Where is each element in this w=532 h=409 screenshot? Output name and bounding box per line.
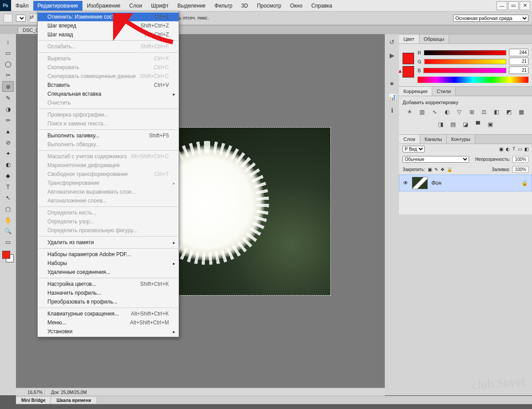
tab-mini-bridge[interactable]: Mini Bridge bbox=[16, 397, 51, 404]
adj-photo-icon[interactable]: ◩ bbox=[505, 108, 513, 116]
lock-pixel-icon[interactable]: ✎ bbox=[434, 167, 438, 172]
r-input[interactable] bbox=[509, 49, 528, 56]
menu-item[interactable]: Назначить профиль... bbox=[38, 288, 179, 297]
adj-gradmap-icon[interactable]: ▀ bbox=[474, 120, 482, 128]
tab-layers[interactable]: Слои bbox=[399, 135, 420, 144]
menu-item[interactable]: Наборы bbox=[38, 259, 179, 268]
history-icon[interactable]: ↺ bbox=[389, 39, 395, 46]
tool-6[interactable]: ◑ bbox=[3, 104, 13, 114]
color-spectrum[interactable] bbox=[418, 77, 528, 83]
layer-row[interactable]: 👁 Фон 🔒 bbox=[399, 175, 532, 191]
zoom-level[interactable]: 16,67% bbox=[16, 390, 45, 395]
tool-15[interactable]: ▢ bbox=[3, 204, 13, 214]
tab-swatches[interactable]: Образцы bbox=[419, 35, 449, 43]
adj-bw-icon[interactable]: ◧ bbox=[493, 108, 501, 116]
fill-input[interactable]: 100% bbox=[512, 166, 528, 173]
opacity-input[interactable]: 100% bbox=[512, 156, 528, 163]
menu-слои[interactable]: Слои bbox=[125, 1, 147, 11]
g-slider[interactable] bbox=[424, 59, 506, 64]
adj-selcolor-icon[interactable]: ▣ bbox=[486, 120, 494, 128]
tool-4[interactable]: ⊕ bbox=[2, 81, 14, 92]
lock-all-icon[interactable]: 🔒 bbox=[447, 167, 452, 172]
menu-окно[interactable]: Окно bbox=[286, 1, 307, 11]
adj-brightness-icon[interactable]: ☀ bbox=[406, 108, 414, 116]
color-swatches[interactable] bbox=[2, 251, 14, 262]
filter-adjust-icon[interactable]: ◐ bbox=[506, 147, 510, 152]
lock-pos-icon[interactable]: ✥ bbox=[441, 167, 444, 172]
menu-item[interactable]: Удалить из памяти bbox=[38, 238, 179, 247]
adj-chanmix-icon[interactable]: ▦ bbox=[517, 108, 525, 116]
info-icon[interactable]: ℹ bbox=[391, 107, 393, 114]
menu-item[interactable]: Выполнить заливку...Shift+F5 bbox=[38, 131, 179, 140]
filter-pixel-icon[interactable]: ▣ bbox=[499, 147, 503, 152]
close-button[interactable]: ✕ bbox=[520, 1, 530, 10]
menu-изображение[interactable]: Изображение bbox=[82, 1, 125, 11]
background-swatch[interactable]: ▲ bbox=[403, 66, 414, 78]
play-icon[interactable]: ▶ bbox=[390, 52, 395, 59]
crop-tool-icon[interactable] bbox=[4, 14, 12, 23]
tool-12[interactable]: ◆ bbox=[3, 171, 13, 180]
tool-16[interactable]: ✋ bbox=[3, 215, 13, 225]
tool-2[interactable]: ◯ bbox=[3, 59, 13, 69]
adj-invert-icon[interactable]: ◨ bbox=[437, 120, 445, 128]
lock-trans-icon[interactable]: ▣ bbox=[428, 167, 432, 172]
tool-1[interactable]: ▭ bbox=[3, 48, 13, 58]
tool-8[interactable]: ▲ bbox=[3, 126, 13, 136]
adj-exposure-icon[interactable]: ◐ bbox=[443, 108, 451, 116]
tool-13[interactable]: T bbox=[3, 182, 13, 191]
menu-item[interactable]: Шаг назадAlt+Ctrl+Z bbox=[38, 30, 179, 39]
tab-styles[interactable]: Стили bbox=[432, 87, 456, 96]
tool-18[interactable]: ▭ bbox=[3, 237, 13, 247]
adj-poster-icon[interactable]: ▤ bbox=[449, 120, 457, 128]
swap-icon[interactable]: ⇄ bbox=[29, 14, 38, 23]
menu-редактирование[interactable]: Редактирование bbox=[33, 1, 82, 11]
foreground-swatch[interactable] bbox=[403, 53, 414, 64]
blend-mode-select[interactable]: Обычные bbox=[403, 156, 469, 163]
tab-timeline[interactable]: Шкала времени bbox=[51, 397, 97, 404]
menu-просмотр[interactable]: Просмотр bbox=[252, 1, 286, 11]
adj-levels-icon[interactable]: ▥ bbox=[418, 108, 426, 116]
image-document[interactable] bbox=[176, 127, 331, 296]
crop-preset-select[interactable] bbox=[16, 15, 26, 22]
filter-shape-icon[interactable]: ▭ bbox=[518, 147, 522, 152]
menu-item[interactable]: Отменить: Изменение состоянияCtrl+Z bbox=[38, 12, 179, 21]
menu-шрифт[interactable]: Шрифт bbox=[147, 1, 173, 11]
menu-item[interactable]: Наборы параметров Adobe PDF... bbox=[38, 250, 179, 259]
filter-type-icon[interactable]: T bbox=[512, 147, 515, 152]
menu-справка[interactable]: Справка bbox=[307, 1, 336, 11]
menu-item[interactable]: Специальная вставка bbox=[38, 90, 179, 98]
menu-item[interactable]: Клавиатурные сокращения...Alt+Shift+Ctrl… bbox=[38, 309, 179, 318]
visibility-icon[interactable]: 👁 bbox=[403, 180, 408, 186]
menu-item[interactable]: Установки bbox=[38, 327, 179, 336]
tool-0[interactable]: ↕ bbox=[3, 37, 13, 47]
g-input[interactable] bbox=[509, 58, 528, 65]
menu-выделение[interactable]: Выделение bbox=[173, 1, 210, 11]
b-slider[interactable] bbox=[423, 68, 506, 73]
doc-info[interactable]: Док: 25,0M/25,0M bbox=[45, 390, 87, 395]
adj-vibrance-icon[interactable]: ▽ bbox=[455, 108, 463, 116]
tab-adjustments[interactable]: Коррекция bbox=[399, 87, 432, 96]
tool-7[interactable]: ✏ bbox=[3, 115, 13, 125]
histogram-icon[interactable]: 📊 bbox=[388, 93, 396, 101]
menu-3d[interactable]: 3D bbox=[237, 1, 252, 11]
tool-3[interactable]: ✂ bbox=[3, 70, 13, 80]
tool-5[interactable]: ✎ bbox=[3, 93, 13, 103]
adj-huesat-icon[interactable]: ⊞ bbox=[468, 108, 476, 116]
menu-item[interactable]: Шаг впередShift+Ctrl+Z bbox=[38, 21, 179, 30]
adj-colorbal-icon[interactable]: ⚖ bbox=[480, 108, 488, 116]
adj-thresh-icon[interactable]: ◪ bbox=[462, 120, 469, 128]
tool-9[interactable]: ⊘ bbox=[3, 137, 13, 147]
menu-item[interactable]: Удаленные соединения... bbox=[38, 268, 179, 277]
tool-11[interactable]: ◐ bbox=[3, 160, 13, 169]
filter-smart-icon[interactable]: ◧ bbox=[524, 147, 528, 152]
menu-item[interactable]: Настройка цветов...Shift+Ctrl+K bbox=[38, 280, 179, 288]
layer-kind-select[interactable]: Р Вид bbox=[403, 146, 425, 152]
layer-name[interactable]: Фон bbox=[431, 180, 518, 186]
b-input[interactable] bbox=[509, 66, 528, 74]
adj-curves-icon[interactable]: ∿ bbox=[430, 108, 438, 116]
menu-файл[interactable]: Файл bbox=[11, 1, 33, 11]
minimize-button[interactable]: ― bbox=[497, 1, 507, 10]
tab-paths[interactable]: Контуры bbox=[447, 135, 475, 144]
tool-14[interactable]: ↖ bbox=[3, 193, 13, 203]
workspace-select[interactable]: Основная рабочая среда bbox=[453, 15, 528, 22]
